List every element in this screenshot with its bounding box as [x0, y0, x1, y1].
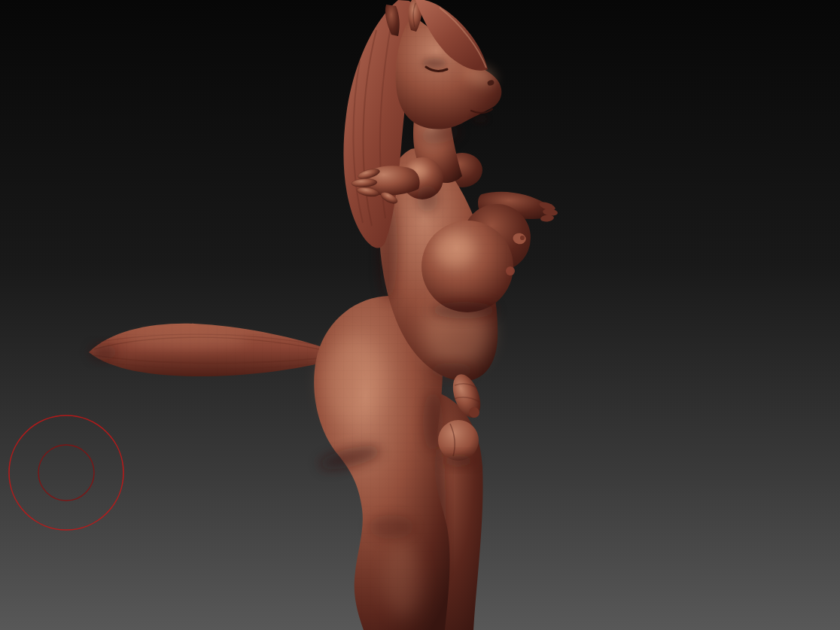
viewport-canvas[interactable]: [0, 0, 840, 630]
nipple-near: [506, 266, 515, 275]
sculpt-viewport[interactable]: [0, 0, 840, 630]
